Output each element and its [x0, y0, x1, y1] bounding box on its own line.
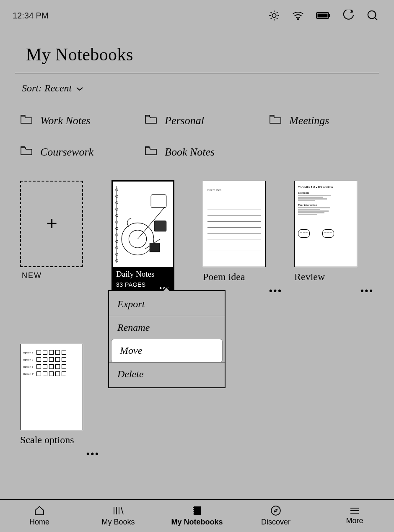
notebook-title: Scale options — [20, 434, 83, 446]
folder-personal[interactable]: Personal — [145, 114, 269, 127]
wifi-icon[interactable] — [292, 10, 304, 21]
chevron-down-icon — [76, 83, 83, 94]
sort-label: Sort: Recent — [22, 83, 72, 94]
refresh-icon[interactable] — [343, 10, 355, 21]
folder-label: Book Notes — [165, 146, 215, 158]
notebook-title: Poem idea — [203, 271, 266, 283]
sort-dropdown[interactable]: Sort: Recent — [0, 73, 394, 94]
status-icons — [268, 9, 379, 22]
ctx-export[interactable]: Export — [109, 293, 225, 316]
folder-label: Personal — [165, 114, 204, 127]
svg-line-7 — [271, 18, 272, 19]
svg-line-8 — [277, 12, 277, 13]
nav-label: Home — [29, 518, 49, 527]
folder-book-notes[interactable]: Book Notes — [145, 145, 269, 159]
svg-line-6 — [277, 18, 277, 19]
page-title: My Notebooks — [26, 44, 379, 65]
folder-icon — [145, 145, 157, 159]
folder-work-notes[interactable]: Work Notes — [20, 114, 145, 127]
svg-rect-12 — [329, 14, 330, 17]
nav-more[interactable]: More — [315, 500, 394, 532]
plus-icon: ✕ — [44, 216, 60, 232]
nav-label: Discover — [261, 518, 290, 527]
svg-rect-30 — [151, 195, 166, 208]
cover-heading: Toolkits 1.6 • UX review — [298, 185, 353, 189]
notebook-scale-options[interactable]: Option 1 Option 2 Option 3 Option 3' Sca… — [20, 344, 83, 446]
ctx-rename[interactable]: Rename — [109, 316, 225, 339]
folder-icon — [145, 114, 157, 127]
svg-point-13 — [368, 11, 376, 19]
context-menu: Export Rename Move Delete — [108, 290, 226, 388]
brightness-icon[interactable] — [268, 10, 280, 21]
nav-mybooks[interactable]: My Books — [79, 500, 158, 532]
svg-point-28 — [122, 223, 154, 255]
nav-home[interactable]: Home — [0, 500, 79, 532]
notebook-review[interactable]: Toolkits 1.6 • UX review Elements Peer i… — [294, 181, 357, 298]
bottom-nav: Home My Books My Notebooks Discover More — [0, 499, 394, 532]
new-notebook[interactable]: ✕ NEW — [20, 181, 83, 298]
svg-point-9 — [298, 19, 299, 20]
folder-label: Coursework — [40, 146, 93, 158]
svg-rect-37 — [194, 506, 201, 515]
svg-point-0 — [272, 13, 276, 17]
nav-label: My Notebooks — [171, 518, 223, 527]
notebook-title: Review — [294, 271, 357, 283]
svg-marker-43 — [275, 509, 277, 512]
folder-icon — [20, 145, 33, 159]
more-icon[interactable]: ••• — [269, 285, 283, 296]
ctx-move[interactable]: Move — [111, 339, 222, 362]
notebook-poem-idea[interactable]: Poem idea Poem idea ••• — [203, 181, 266, 298]
ctx-delete[interactable]: Delete — [109, 362, 225, 386]
more-icon[interactable]: ••• — [86, 449, 100, 459]
svg-rect-41 — [193, 514, 194, 514]
status-bar: 12:34 PM — [0, 0, 394, 29]
svg-line-36 — [121, 507, 123, 514]
svg-rect-32 — [150, 243, 159, 252]
svg-rect-11 — [318, 14, 328, 18]
notebook-daily-notes[interactable]: Daily Notes 33 PAGES ••• — [111, 180, 174, 298]
folder-meetings[interactable]: Meetings — [269, 114, 394, 127]
notebook-title: Daily Notes — [116, 270, 170, 279]
folder-coursework[interactable]: Coursework — [20, 145, 145, 159]
search-icon[interactable] — [366, 9, 379, 22]
svg-line-14 — [375, 18, 377, 20]
svg-rect-40 — [193, 511, 194, 512]
folder-icon — [269, 114, 282, 127]
status-time: 12:34 PM — [13, 11, 49, 21]
nav-notebooks[interactable]: My Notebooks — [158, 500, 236, 532]
battery-icon[interactable] — [316, 11, 331, 20]
nav-label: More — [346, 516, 363, 525]
svg-line-5 — [271, 12, 272, 13]
svg-rect-39 — [193, 509, 194, 510]
new-notebook-label: NEW — [20, 271, 83, 280]
folder-icon — [20, 114, 33, 127]
folder-label: Meetings — [289, 114, 329, 127]
svg-rect-38 — [193, 507, 194, 508]
folder-label: Work Notes — [40, 114, 91, 127]
svg-point-42 — [271, 506, 280, 515]
svg-rect-31 — [154, 221, 166, 231]
nav-label: My Books — [101, 518, 135, 527]
more-icon[interactable]: ••• — [360, 285, 374, 296]
folders-grid: Work Notes Personal Meetings Coursework … — [0, 94, 394, 159]
nav-discover[interactable]: Discover — [236, 500, 315, 532]
